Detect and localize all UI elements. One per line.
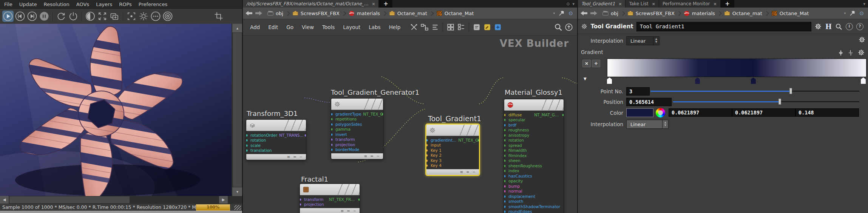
skip-to-start-icon[interactable] (14, 11, 26, 22)
ramp-flip-horizontal-icon[interactable] (837, 49, 845, 57)
menu-add[interactable]: Add (246, 24, 264, 30)
breadcrumb-item-octane-mat[interactable]: Octane_mat (723, 10, 763, 17)
operator-menu-gear-icon[interactable] (814, 23, 822, 30)
follow-target-icon[interactable]: ⊙ (859, 10, 864, 16)
power-icon[interactable] (68, 11, 79, 22)
gradient-ramp[interactable] (607, 59, 866, 77)
input-dot[interactable] (426, 159, 428, 162)
search-icon[interactable] (554, 23, 562, 31)
note-blue-icon[interactable] (494, 23, 502, 31)
back-icon[interactable] (580, 10, 588, 17)
breadcrumb-item-octane-mat2[interactable]: Octane_Mat (435, 10, 475, 17)
input-dot[interactable] (504, 165, 506, 167)
scroll-up-icon[interactable]: ▴ (232, 24, 242, 33)
node-header[interactable] (426, 125, 479, 136)
input-dot[interactable] (331, 123, 333, 126)
input-dot[interactable] (246, 139, 248, 142)
crop-icon[interactable] (213, 11, 224, 22)
input-dot[interactable] (504, 114, 506, 116)
input-dot[interactable] (246, 149, 248, 152)
output-dot[interactable] (477, 139, 479, 142)
close-icon[interactable]: × (618, 2, 622, 6)
list-view-icon[interactable] (457, 23, 465, 31)
play-icon[interactable] (2, 11, 14, 22)
skip-to-end-icon[interactable] (26, 11, 38, 22)
input-dot[interactable] (426, 144, 428, 147)
scroll-down-icon[interactable]: ▾ (232, 187, 242, 196)
point-no-slider[interactable] (650, 88, 859, 94)
breadcrumb-item-screwsfbx[interactable]: ScrewsFBX_FBX (626, 10, 676, 17)
position-slider[interactable] (673, 98, 859, 105)
pane-menu-icon[interactable]: ▾ (863, 2, 865, 6)
input-dot[interactable] (504, 159, 506, 162)
input-dot[interactable] (426, 164, 428, 167)
input-dot[interactable] (246, 144, 248, 147)
jump-up-icon[interactable] (565, 23, 573, 31)
input-dot[interactable] (331, 148, 333, 151)
input-dot[interactable] (331, 128, 333, 131)
color-r-field[interactable]: 0.0621897 (669, 108, 732, 117)
input-dot[interactable] (504, 139, 506, 142)
node-flags[interactable] (336, 184, 360, 195)
render-horizontal-scrollbar[interactable]: ◀ ▶ (0, 196, 242, 204)
menu-file[interactable]: File (1, 2, 16, 7)
color-wheel-icon[interactable] (656, 108, 665, 117)
menu-layout[interactable]: Layout (339, 24, 364, 30)
menu-update[interactable]: Update (16, 2, 40, 7)
close-icon[interactable]: × (372, 2, 375, 6)
input-dot[interactable] (504, 205, 506, 208)
operator-gear-icon[interactable] (581, 23, 588, 30)
back-icon[interactable] (245, 10, 253, 17)
output-dot[interactable] (358, 198, 360, 201)
node-header[interactable] (246, 120, 306, 131)
color-b-field[interactable]: 0.148 (795, 108, 859, 117)
input-dot[interactable] (331, 133, 333, 136)
add-view-layer-icon[interactable] (109, 11, 120, 22)
ramp-point-marker[interactable] (695, 77, 700, 84)
input-dot[interactable] (246, 134, 248, 137)
input-dot[interactable] (504, 195, 506, 198)
tab-take-list[interactable]: Take List × (626, 0, 659, 8)
pin-icon[interactable] (849, 10, 856, 17)
breadcrumb-dropdown-icon[interactable]: ▾ (844, 11, 846, 15)
network-path-tab[interactable]: /obj/ScrewsFBX_FBX/materials/Octane_mat/… (243, 0, 379, 8)
input-dot[interactable] (300, 203, 301, 206)
scroll-right-icon[interactable]: ▶ (219, 196, 228, 204)
ramp-point-marker[interactable] (751, 77, 756, 84)
input-dot[interactable] (504, 170, 506, 172)
input-dot[interactable] (504, 175, 506, 178)
ramp-menu-gear-icon[interactable] (857, 49, 865, 56)
input-dot[interactable] (426, 154, 428, 157)
note-yellow-icon[interactable] (483, 23, 491, 31)
refresh-icon[interactable] (56, 11, 67, 22)
input-dot[interactable] (300, 198, 301, 201)
menu-tools[interactable]: Tools (318, 24, 339, 30)
input-dot[interactable] (504, 149, 506, 152)
close-icon[interactable]: × (652, 2, 655, 6)
node-flags[interactable] (282, 120, 306, 131)
grid-view-icon[interactable] (446, 23, 455, 31)
horizontal-scroll-thumb[interactable] (9, 196, 130, 203)
menu-help[interactable]: Help (385, 24, 405, 30)
breadcrumb-item-octane-mat2[interactable]: Octane_Mat (770, 10, 810, 17)
ramp-collapse-icon[interactable]: ▼ (584, 77, 587, 81)
menu-aovs[interactable]: AOVs (73, 2, 93, 7)
focus-region-icon[interactable] (126, 11, 137, 22)
search-icon[interactable] (835, 23, 842, 30)
pane-target-icon[interactable]: ⊙ (566, 2, 570, 6)
point-interpolation-dropdown[interactable]: Linear ▲▼ (626, 120, 669, 129)
spinner-icon[interactable]: ▲▼ (662, 120, 668, 128)
info-icon[interactable]: i (846, 23, 853, 30)
ramp-resample-icon[interactable] (847, 49, 854, 57)
ramp-point-marker[interactable] (607, 77, 612, 84)
input-dot[interactable] (504, 185, 506, 188)
input-dot[interactable] (331, 138, 333, 141)
remove-point-button[interactable]: × (582, 60, 591, 67)
expand-icon[interactable] (97, 11, 108, 22)
output-dot[interactable] (562, 114, 564, 116)
node-header[interactable] (300, 184, 360, 195)
color-swatch[interactable] (626, 108, 653, 117)
new-tab-button[interactable]: + (721, 0, 734, 8)
breadcrumb-item-obj[interactable]: obj (266, 10, 284, 17)
forward-icon[interactable] (255, 10, 263, 17)
